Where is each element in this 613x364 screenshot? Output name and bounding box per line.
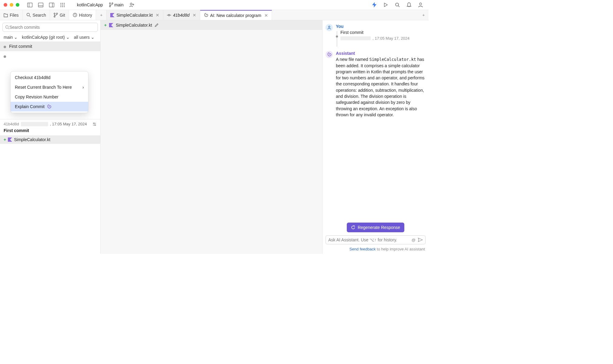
branch-filter[interactable]: main ⌄	[4, 35, 18, 40]
commit-row[interactable]: First commit	[0, 41, 100, 51]
tab-search[interactable]: Search	[23, 10, 50, 20]
commit-row[interactable]	[0, 51, 100, 61]
chat-message-assistant: Assistant A new file named SimpleCalcula…	[326, 51, 426, 118]
svg-point-8	[64, 3, 65, 4]
svg-rect-0	[27, 3, 32, 7]
send-icon[interactable]	[418, 238, 423, 242]
kotlin-file-icon	[109, 23, 113, 27]
svg-point-28	[54, 16, 55, 17]
svg-point-9	[60, 5, 61, 5]
diff-file-header: + SimpleCalculator.kt	[101, 20, 322, 30]
svg-rect-4	[49, 3, 54, 7]
user-filter[interactable]: all users ⌄	[74, 35, 94, 40]
search-icon	[5, 25, 9, 29]
branch-icon	[109, 2, 113, 7]
menu-explain-commit[interactable]: Explain Commit	[11, 102, 88, 111]
ai-input[interactable]	[328, 237, 409, 242]
tab-files[interactable]: Files	[0, 10, 23, 20]
commit-timestamp: , 17:05 May 17, 2024	[50, 122, 87, 126]
assistant-avatar-icon	[326, 51, 333, 58]
regenerate-button[interactable]: Regenerate Response	[347, 223, 404, 232]
svg-point-14	[64, 6, 65, 7]
project-name[interactable]: kotlinCalcApp	[75, 2, 105, 7]
left-panel-toggle-icon[interactable]	[25, 1, 34, 9]
tab-git-label: Git	[60, 13, 65, 18]
svg-point-39	[329, 26, 330, 28]
feedback-text: to help improve AI assistant	[376, 247, 425, 251]
svg-point-13	[62, 6, 63, 7]
ai-swirl-icon	[204, 13, 208, 18]
tabs-row: Files Search Git History ＋ SimpleCalcula…	[0, 10, 429, 20]
editor-tabs: SimpleCalculator.kt ✕ 41b4d8d ✕ AI: New …	[107, 10, 429, 20]
titlebar: kotlinCalcApp main	[0, 0, 429, 10]
svg-point-10	[62, 5, 63, 5]
changed-file-row[interactable]: + SimpleCalculator.kt	[0, 135, 100, 144]
menu-reset-branch[interactable]: Reset Current Branch To Here ›	[11, 82, 88, 92]
edit-icon[interactable]	[154, 23, 159, 27]
notifications-icon[interactable]	[404, 1, 413, 9]
close-icon[interactable]: ✕	[154, 13, 159, 18]
ai-assistant-panel: You First commit , 17:05 May 17, 2024	[323, 20, 429, 254]
branch-selector[interactable]: main	[107, 2, 125, 7]
bottom-panel-toggle-icon[interactable]	[36, 1, 45, 9]
close-icon[interactable]: ✕	[263, 13, 268, 18]
chat-author-you: You	[336, 24, 426, 29]
vcs-log-panel: main ⌄ kotlinCalcApp (git root) ⌄ all us…	[0, 20, 101, 254]
user-filter-label: all users	[74, 35, 90, 40]
editor-tab-file-label: SimpleCalculator.kt	[116, 13, 153, 18]
menu-checkout-label: Checkout 41b4d8d	[15, 75, 51, 80]
add-editor-tab[interactable]: ＋	[418, 10, 429, 20]
commit-details: 41b4d8d , 17:05 May 17, 2024 First commi…	[0, 119, 100, 146]
tab-git[interactable]: Git	[50, 10, 69, 20]
window-minimize[interactable]	[10, 3, 13, 7]
mention-icon[interactable]: @	[412, 238, 416, 242]
traffic-lights	[4, 3, 19, 7]
graph-node-icon	[336, 35, 338, 38]
user-avatar-icon	[326, 24, 333, 31]
svg-point-26	[54, 13, 55, 14]
svg-point-16	[112, 3, 113, 4]
editor-tab-commit[interactable]: 41b4d8d ✕	[163, 10, 200, 20]
commit-context-menu: Checkout 41b4d8d Reset Current Branch To…	[10, 71, 88, 113]
send-feedback-link[interactable]: Send feedback	[350, 247, 376, 251]
svg-line-34	[8, 28, 9, 29]
tab-files-label: Files	[10, 13, 19, 18]
menu-explain-label: Explain Commit	[15, 104, 45, 109]
add-tool-tab[interactable]: ＋	[96, 10, 106, 20]
settings-icon[interactable]	[92, 122, 97, 126]
commit-details-title: First commit	[4, 128, 97, 133]
you-commit-title: First commit	[340, 30, 409, 35]
svg-point-15	[109, 3, 111, 4]
window-maximize[interactable]	[16, 3, 19, 7]
chevron-down-icon: ⌄	[66, 35, 70, 40]
ai-input-field[interactable]: @	[326, 235, 426, 244]
author-redacted	[340, 36, 371, 40]
window-close[interactable]	[4, 3, 7, 7]
branch-name: main	[114, 2, 124, 7]
added-icon: +	[4, 137, 6, 142]
account-icon[interactable]	[416, 1, 425, 9]
ai-bolt-icon[interactable]	[370, 1, 379, 9]
menu-copy-revision[interactable]: Copy Revision Number	[11, 92, 88, 102]
search-commits-field[interactable]	[2, 23, 98, 32]
right-panel-toggle-icon[interactable]	[47, 1, 56, 9]
search-icon	[26, 13, 31, 17]
editor-tab-ai[interactable]: AI: New calculator program ✕	[200, 10, 272, 20]
svg-rect-2	[38, 3, 43, 7]
editor-tab-ai-label: AI: New calculator program	[210, 13, 261, 18]
add-person-icon[interactable]	[128, 1, 136, 9]
menu-checkout[interactable]: Checkout 41b4d8d	[11, 73, 88, 82]
apps-grid-icon[interactable]	[58, 1, 67, 9]
search-commits-input[interactable]	[9, 25, 95, 30]
chevron-down-icon: ⌄	[91, 35, 94, 40]
regenerate-label: Regenerate Response	[358, 225, 400, 230]
svg-line-25	[29, 16, 31, 17]
root-filter[interactable]: kotlinCalcApp (git root) ⌄	[22, 35, 70, 40]
editor-tab-commit-label: 41b4d8d	[173, 13, 190, 18]
search-everywhere-icon[interactable]	[393, 1, 402, 9]
close-icon[interactable]: ✕	[191, 13, 196, 18]
editor-tab-file[interactable]: SimpleCalculator.kt ✕	[107, 10, 163, 20]
run-icon[interactable]	[381, 1, 390, 9]
tab-history[interactable]: History	[69, 10, 96, 20]
ai-swirl-icon	[47, 104, 51, 109]
